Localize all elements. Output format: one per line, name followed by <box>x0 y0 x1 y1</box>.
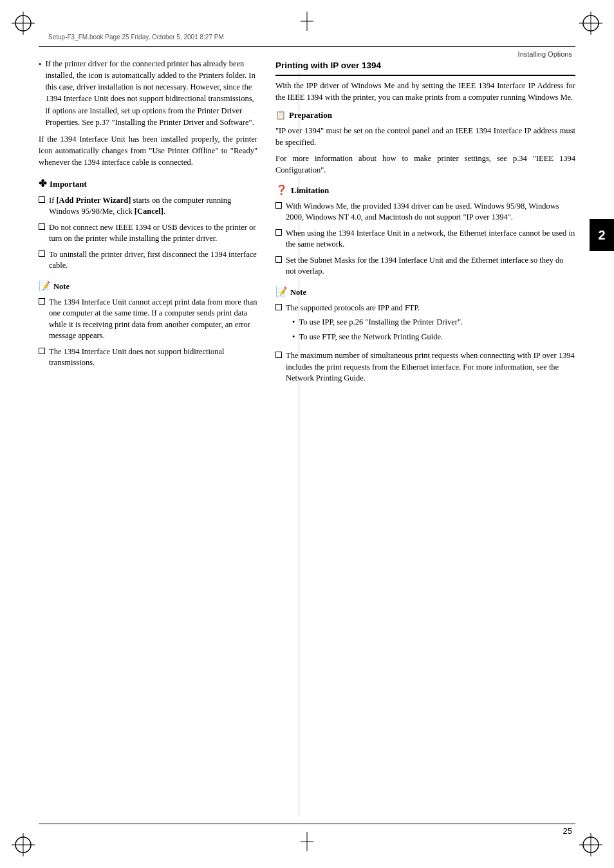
right-note-text-1: The supported protocols are IPP and FTP.… <box>286 303 463 346</box>
ipp-bullet-symbol: • <box>292 317 295 328</box>
limitation-list: With Windows Me, the provided 1394 drive… <box>275 201 575 278</box>
left-note-item-2: The 1394 Interface Unit does not support… <box>39 346 257 369</box>
file-info: Setup-F3_FM.book Page 25 Friday, October… <box>48 33 224 41</box>
ipp-bullet: • To use IPP, see p.26 "Installing the P… <box>292 317 463 328</box>
top-center-mark <box>301 12 313 33</box>
right-note-heading: 📝 Note <box>275 285 575 299</box>
right-note-item-1: The supported protocols are IPP and FTP.… <box>275 303 575 346</box>
important-item-text-3: To uninstall the printer driver, first d… <box>49 249 257 272</box>
left-note-label: Note <box>53 281 70 292</box>
important-label: Important <box>50 178 87 191</box>
bullet-item-1: • If the printer driver for the connecte… <box>39 58 257 128</box>
checkbox-2 <box>39 223 45 230</box>
important-heading: ✤ Important <box>39 177 257 191</box>
header-rule <box>39 46 575 47</box>
left-note-heading: 📝 Note <box>39 279 257 294</box>
ftp-bullet: • To use FTP, see the Network Printing G… <box>292 332 463 343</box>
corner-mark-br <box>579 833 602 856</box>
limitation-text-3: Set the Subnet Masks for the 1394 Interf… <box>286 255 575 278</box>
right-note-block: 📝 Note The supported protocols are IPP a… <box>275 285 575 384</box>
content-area: • If the printer driver for the connecte… <box>39 58 575 816</box>
important-item-text-1: If [Add Printer Wizard] starts on the co… <box>49 195 257 218</box>
right-note-checkbox-1 <box>275 304 282 310</box>
between-bullets-text: If the 1394 Interface Unit has been inst… <box>39 133 257 168</box>
corner-mark-tr <box>579 12 602 35</box>
left-column: • If the printer driver for the connecte… <box>39 58 257 816</box>
important-item-2: Do not connect new IEEE 1394 or USB devi… <box>39 222 257 245</box>
left-note-block: 📝 Note The 1394 Interface Unit cannot ac… <box>39 279 257 369</box>
right-note-text-2: The maximum number of simultaneous print… <box>286 350 575 384</box>
limitation-text-2: When using the 1394 Interface Unit in a … <box>286 228 575 250</box>
limitation-item-1: With Windows Me, the provided 1394 drive… <box>275 201 575 223</box>
chapter-tab: 2 <box>590 219 614 251</box>
important-icon: ✤ <box>39 177 47 191</box>
limitation-heading: ❓ Limitation <box>275 184 575 198</box>
corner-mark-bl <box>12 833 35 856</box>
right-column: Printing with IP over 1394 With the IPP … <box>275 58 575 816</box>
ipp-bullet-text: To use IPP, see p.26 "Installing the Pri… <box>299 317 463 328</box>
limitation-icon: ❓ <box>275 184 288 198</box>
checkbox-1 <box>39 196 45 203</box>
bullet-symbol-1: • <box>39 59 41 128</box>
important-list: If [Add Printer Wizard] starts on the co… <box>39 195 257 272</box>
right-note-checkbox-2 <box>275 352 282 358</box>
preparation-heading: 📋 Preparation <box>275 109 575 122</box>
page-number: 25 <box>563 826 572 836</box>
left-note-checkbox-2 <box>39 348 45 354</box>
left-note-text-1: The 1394 Interface Unit cannot accept pr… <box>49 297 257 342</box>
important-item-text-2: Do not connect new IEEE 1394 or USB devi… <box>49 222 257 245</box>
left-note-checkbox-1 <box>39 298 45 305</box>
left-note-item-1: The 1394 Interface Unit cannot accept pr… <box>39 297 257 342</box>
limitation-item-3: Set the Subnet Masks for the 1394 Interf… <box>275 255 575 278</box>
prep-text-2: For more information about how to make p… <box>275 153 575 176</box>
prep-text-1: "IP over 1394" must be set on the contro… <box>275 125 575 148</box>
preparation-icon: 📋 <box>275 109 286 122</box>
important-item-3: To uninstall the printer driver, first d… <box>39 249 257 272</box>
section-heading: Printing with IP over 1394 <box>275 59 575 76</box>
limitation-label: Limitation <box>291 185 329 197</box>
section-label: Installing Options <box>518 50 572 58</box>
note-icon-right: 📝 <box>275 285 288 299</box>
bullet-text-1: If the printer driver for the connected … <box>45 58 257 128</box>
left-note-list: The 1394 Interface Unit cannot accept pr… <box>39 297 257 369</box>
limitation-text-1: With Windows Me, the provided 1394 drive… <box>286 201 575 223</box>
footer-rule <box>39 824 575 824</box>
important-block: ✤ Important If [Add Printer Wizard] star… <box>39 177 257 272</box>
ftp-bullet-symbol: • <box>292 332 295 343</box>
checkbox-3 <box>39 250 45 257</box>
right-note-list: The supported protocols are IPP and FTP.… <box>275 303 575 384</box>
bottom-center-mark <box>301 832 313 854</box>
important-item-1: If [Add Printer Wizard] starts on the co… <box>39 195 257 218</box>
ftp-bullet-text: To use FTP, see the Network Printing Gui… <box>299 332 443 343</box>
right-note-item-2: The maximum number of simultaneous print… <box>275 350 575 384</box>
left-note-text-2: The 1394 Interface Unit does not support… <box>49 346 257 369</box>
limitation-checkbox-2 <box>275 229 282 236</box>
right-intro: With the IPP driver of Windows Me and by… <box>275 80 575 103</box>
right-note-label: Note <box>290 287 306 298</box>
corner-mark-tl <box>12 12 35 35</box>
limitation-checkbox-3 <box>275 256 282 263</box>
limitation-checkbox-1 <box>275 202 282 209</box>
limitation-item-2: When using the 1394 Interface Unit in a … <box>275 228 575 250</box>
preparation-label: Preparation <box>289 109 332 122</box>
note-icon-left: 📝 <box>39 279 51 294</box>
